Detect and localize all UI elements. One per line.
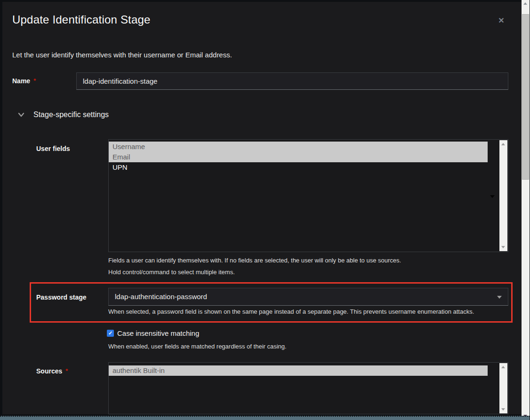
listbox-scrollbar[interactable] xyxy=(499,363,507,413)
scroll-down-icon[interactable] xyxy=(501,408,505,411)
chevron-down-icon xyxy=(17,112,25,118)
dropdown-caret-icon xyxy=(497,296,502,299)
select-caret-icon xyxy=(490,195,495,198)
password-stage-selected-value: ldap-authentication-password xyxy=(115,288,207,305)
list-item-email[interactable]: Email xyxy=(109,152,488,162)
list-item-authentik-built-in[interactable]: authentik Built-in xyxy=(109,365,488,376)
sources-label: Sources* xyxy=(36,367,68,375)
stage-specific-settings-header: Stage-specific settings xyxy=(33,111,109,119)
list-item-username[interactable]: Username xyxy=(109,142,488,152)
case-insensitive-checkbox[interactable]: ✓ xyxy=(107,330,114,337)
password-stage-help: When selected, a password field is shown… xyxy=(108,308,474,315)
password-stage-label: Password stage xyxy=(36,293,87,301)
case-insensitive-row: ✓ Case insensitive matching xyxy=(107,329,199,337)
screenshot-bottom-border xyxy=(0,416,530,420)
sources-listbox[interactable]: authentik Built-in xyxy=(108,362,508,414)
update-identification-stage-modal: Update Identification Stage ✕ Let the us… xyxy=(2,2,522,414)
close-icon[interactable]: ✕ xyxy=(496,15,507,26)
scroll-down-icon[interactable] xyxy=(501,246,505,248)
name-label: Name* xyxy=(12,77,36,85)
listbox-scrollbar[interactable] xyxy=(499,140,507,251)
case-insensitive-label[interactable]: Case insensitive matching xyxy=(117,329,199,337)
user-fields-help-2: Hold control/command to select multiple … xyxy=(108,269,235,276)
window-scrollbar[interactable] xyxy=(522,0,530,420)
list-item-upn[interactable]: UPN xyxy=(109,162,488,173)
required-asterisk: * xyxy=(65,367,68,374)
name-label-text: Name xyxy=(12,77,30,85)
modal-description: Let the user identify themselves with th… xyxy=(12,51,232,59)
scroll-up-icon[interactable] xyxy=(523,2,527,5)
case-insensitive-help: When enabled, user fields are matched re… xyxy=(108,343,287,350)
password-stage-select[interactable]: ldap-authentication-password xyxy=(108,288,508,306)
stage-specific-settings-toggle[interactable]: Stage-specific settings xyxy=(17,108,109,121)
required-asterisk: * xyxy=(33,77,36,84)
user-fields-help-1: Fields a user can identify themselves wi… xyxy=(108,257,401,264)
name-input[interactable]: ldap-identification-stage xyxy=(76,72,508,90)
scroll-up-icon[interactable] xyxy=(501,366,505,368)
sources-label-text: Sources xyxy=(36,367,62,375)
screenshot-frame: Update Identification Stage ✕ Let the us… xyxy=(0,0,530,420)
user-fields-listbox[interactable]: Username Email UPN xyxy=(108,139,508,252)
user-fields-label: User fields xyxy=(36,145,70,152)
page-title: Update Identification Stage xyxy=(12,13,151,26)
scrollbar-thumb[interactable] xyxy=(522,14,529,180)
scroll-up-icon[interactable] xyxy=(501,143,505,145)
